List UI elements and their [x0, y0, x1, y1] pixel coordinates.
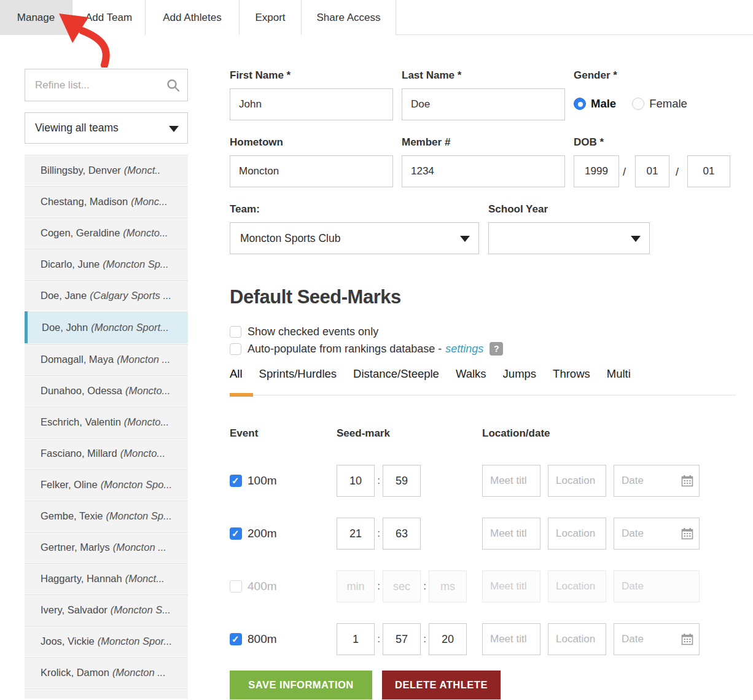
- seed-value-input[interactable]: [337, 465, 375, 497]
- seed-value-input[interactable]: [337, 518, 375, 550]
- list-item[interactable]: Gembe, Texie (Moncton Sp...: [25, 500, 188, 531]
- member-number-field[interactable]: [402, 155, 565, 187]
- gender-radio-group: Male Female: [574, 97, 687, 111]
- event-checkbox[interactable]: [230, 633, 242, 645]
- list-item[interactable]: Billingsby, Denver (Monct..: [25, 155, 188, 185]
- event-label: 800m: [248, 632, 277, 646]
- dob-day-field[interactable]: [687, 155, 730, 187]
- search-input[interactable]: [25, 69, 187, 101]
- list-item[interactable]: Ivery, Salvador (Moncton S...: [25, 594, 188, 625]
- meet-title-input[interactable]: [482, 623, 540, 655]
- school-year-select[interactable]: [488, 222, 650, 254]
- team-filter-dropdown[interactable]: Viewing all teams: [25, 112, 188, 144]
- team-select[interactable]: Moncton Sports Club: [230, 222, 479, 254]
- seed-value-input[interactable]: [337, 570, 375, 602]
- dob-year-field[interactable]: [574, 155, 619, 187]
- tab-distance-steeple[interactable]: Distance/Steeple: [353, 367, 439, 393]
- tab-walks[interactable]: Walks: [456, 367, 486, 393]
- date-input[interactable]: [614, 570, 700, 602]
- radio-male[interactable]: Male: [574, 97, 616, 111]
- list-item[interactable]: Dicarlo, June (Moncton Sp...: [25, 249, 188, 279]
- list-item[interactable]: Domagall, Maya (Moncton ...: [25, 344, 188, 375]
- chevron-down-icon: [169, 126, 179, 132]
- hometown-field[interactable]: [230, 155, 393, 187]
- location-input[interactable]: [548, 623, 606, 655]
- list-item[interactable]: [25, 688, 188, 699]
- athlete-team: (Moncton Sport...: [91, 322, 169, 333]
- seed-value-input[interactable]: [383, 465, 421, 497]
- seed-value-input[interactable]: [429, 570, 467, 602]
- athlete-name: Felker, Oline: [41, 479, 98, 491]
- location-input[interactable]: [548, 518, 606, 550]
- tab-throws[interactable]: Throws: [553, 367, 590, 393]
- event-row: 100m :: [230, 454, 736, 507]
- dob-label: DOB *: [574, 136, 604, 149]
- save-information-button[interactable]: SAVE INFORMATION: [230, 671, 372, 699]
- event-checkbox[interactable]: [230, 527, 242, 540]
- tab-sprints-hurdles[interactable]: Sprints/Hurdles: [259, 367, 337, 393]
- auto-populate-checkbox[interactable]: [230, 343, 241, 355]
- location-date-inputs: [482, 570, 700, 602]
- list-item[interactable]: Krolick, Damon (Moncton ...: [25, 657, 188, 688]
- first-name-label: First Name *: [230, 69, 291, 82]
- event-checkbox[interactable]: [230, 580, 242, 593]
- location-input[interactable]: [548, 570, 606, 602]
- list-item[interactable]: Cogen, Geraldine (Moncto...: [25, 217, 188, 248]
- event-category-tabs: AllSprints/HurdlesDistance/SteepleWalksJ…: [230, 367, 631, 393]
- tab-manage[interactable]: Manage: [0, 0, 72, 35]
- seed-value-input[interactable]: [383, 623, 421, 655]
- seed-mark-inputs: :: [337, 518, 482, 550]
- meet-title-input[interactable]: [482, 465, 540, 497]
- location-input[interactable]: [548, 465, 606, 497]
- tab-share-access[interactable]: Share Access: [302, 0, 396, 35]
- list-item[interactable]: Eschrich, Valentin (Moncto...: [25, 406, 188, 437]
- seed-value-input[interactable]: [337, 623, 375, 655]
- list-item[interactable]: Haggarty, Hannah (Monct...: [25, 563, 188, 594]
- last-name-field[interactable]: [402, 88, 565, 120]
- athlete-name: Gembe, Texie: [41, 510, 103, 522]
- athlete-name: Billingsby, Denver: [41, 165, 121, 176]
- tab-jumps[interactable]: Jumps: [503, 367, 537, 393]
- seed-separator: :: [421, 580, 429, 593]
- meet-title-input[interactable]: [482, 518, 540, 550]
- dob-month-field[interactable]: [635, 155, 669, 187]
- location-date-inputs: [482, 465, 700, 497]
- meet-title-input[interactable]: [482, 570, 540, 602]
- seed-value-input[interactable]: [383, 570, 421, 602]
- tab-export[interactable]: Export: [240, 0, 302, 35]
- active-tab-underline: [230, 393, 253, 397]
- athlete-team: (Moncto...: [120, 448, 165, 459]
- list-item[interactable]: Fasciano, Millard (Moncto...: [25, 438, 188, 469]
- first-name-field[interactable]: [230, 88, 393, 120]
- athlete-name: Cogen, Geraldine: [41, 227, 120, 239]
- tab-add-athletes[interactable]: Add Athletes: [146, 0, 240, 35]
- tab-all[interactable]: All: [230, 367, 243, 393]
- event-label: 400m: [248, 580, 277, 593]
- list-item[interactable]: Chestang, Madison (Monc...: [25, 186, 188, 217]
- athlete-team: (Moncton Sp...: [103, 259, 168, 270]
- list-item[interactable]: Joos, Vickie (Moncton Spor...: [25, 626, 188, 656]
- school-year-label: School Year: [488, 203, 548, 216]
- athlete-team: (Monct..: [124, 165, 161, 176]
- column-event: Event: [230, 427, 258, 440]
- show-checked-checkbox[interactable]: [230, 326, 241, 338]
- list-item[interactable]: Doe, John (Moncton Sport...: [25, 311, 188, 343]
- help-icon[interactable]: ?: [490, 342, 503, 356]
- page-title: Default Seed-Marks: [230, 286, 401, 308]
- delete-athlete-button[interactable]: DELETE ATHLETE: [382, 671, 501, 699]
- athlete-team: (Moncton S...: [111, 604, 171, 616]
- seed-value-input[interactable]: [383, 518, 421, 550]
- seed-value-input[interactable]: [429, 623, 467, 655]
- event-checkbox[interactable]: [230, 475, 242, 487]
- tab-add-team[interactable]: Add Team: [72, 0, 146, 35]
- list-item[interactable]: Doe, Jane (Calgary Sports ...: [25, 280, 188, 311]
- radio-female[interactable]: Female: [632, 97, 687, 111]
- athlete-team: (Moncton Sp...: [106, 510, 172, 522]
- list-item[interactable]: Dunahoo, Odessa (Moncto...: [25, 375, 188, 406]
- settings-link[interactable]: settings: [445, 343, 483, 356]
- team-label: Team:: [230, 203, 260, 216]
- tab-multi[interactable]: Multi: [607, 367, 631, 393]
- radio-male-label: Male: [591, 97, 616, 111]
- list-item[interactable]: Gertner, Marlys (Moncton ...: [25, 532, 188, 562]
- list-item[interactable]: Felker, Oline (Moncton Spo...: [25, 469, 188, 500]
